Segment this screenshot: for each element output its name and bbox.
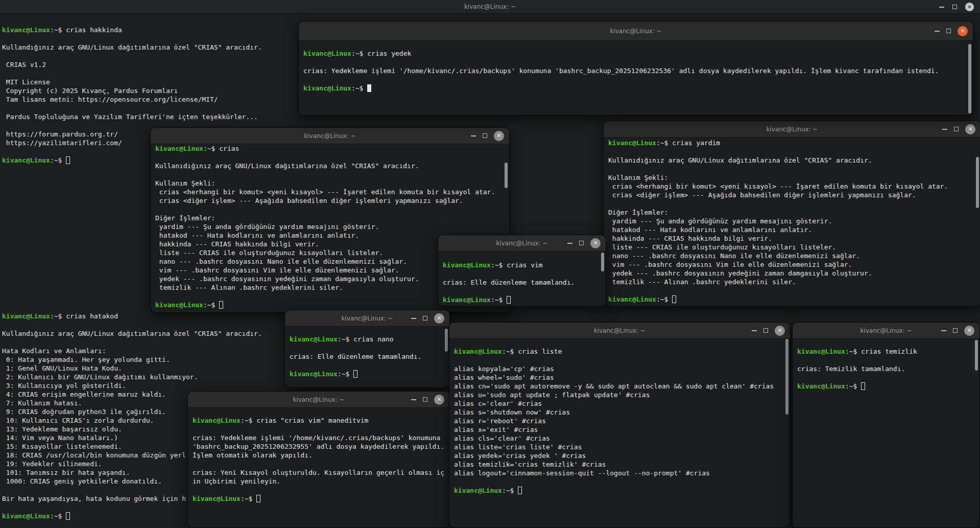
terminal-line: temizlik --- Alınan .bashrc yedeklerini …	[608, 278, 980, 286]
terminal-line: kivanc@Linux:~$	[454, 486, 790, 495]
titlebar[interactable]: kivanc@Linux: ~✕	[604, 121, 980, 137]
terminal-line: kivanc@Linux:~$ crias liste	[454, 347, 790, 356]
terminal-line: liste --- CRIAS ile oluşturduğunuz kısay…	[608, 243, 980, 251]
terminal-line: 3: Kullanıcıya yol gösterildi.	[2, 381, 262, 390]
hollow-cursor	[66, 512, 70, 520]
scrollbar-thumb[interactable]	[785, 339, 788, 415]
prompt-suffix: :~$	[351, 84, 367, 92]
close-icon[interactable]: ✕	[590, 238, 601, 248]
window-controls: ✕	[941, 323, 974, 338]
prompt-suffix: :~$	[656, 295, 672, 303]
prompt-user: kivanc@Linux	[443, 261, 491, 269]
close-icon[interactable]: ✕	[775, 326, 785, 336]
maximize-icon[interactable]	[946, 29, 951, 33]
titlebar[interactable]: kivanc@Linux: ~✕	[188, 392, 449, 408]
prompt-user: kivanc@Linux	[797, 348, 845, 355]
terminal-line: Kullandığınız araç GNU/Linux dağıtımları…	[2, 329, 262, 338]
window-title: kivanc@Linux: ~	[293, 396, 344, 403]
hollow-cursor	[518, 487, 522, 494]
prompt-user: kivanc@Linux	[193, 495, 241, 502]
minimize-icon[interactable]	[752, 330, 757, 331]
prompt-suffix: :~$	[241, 495, 256, 502]
maximize-icon[interactable]	[423, 397, 427, 402]
terminal-content[interactable]: kivanc@Linux:~$ crias liste alias kopyal…	[449, 339, 790, 528]
terminal-line: Tam lisans metni: https://opensource.org…	[2, 95, 262, 104]
terminal-line: Diğer İşlemler:	[155, 214, 509, 222]
close-icon[interactable]: ✕	[965, 124, 975, 134]
titlebar[interactable]: kivanc@Linux: ~✕	[285, 310, 449, 327]
scrollbar-thumb[interactable]	[976, 157, 979, 208]
titlebar[interactable]: kivanc@Linux: ~✕	[299, 21, 973, 41]
prompt-suffix: :~$ crias liste	[502, 348, 562, 355]
terminal-line: MIT License	[2, 78, 262, 86]
titlebar[interactable]: kivanc@Linux: ~✕	[438, 235, 606, 251]
scrollbar-thumb[interactable]	[505, 163, 508, 188]
prompt-user: kivanc@Linux	[155, 145, 203, 152]
terminal-line: alias liste='crias liste' #crias	[454, 443, 790, 451]
window-crias-temizlik[interactable]: kivanc@Linux: ~✕kivanc@Linux:~$ crias te…	[792, 322, 980, 528]
root-terminal-titlebar[interactable]: kivanc@Linux: ~ ✕	[0, 0, 980, 14]
hollow-cursor	[861, 382, 865, 390]
terminal-content[interactable]: kivanc@Linux:~$ crias temizlik crias: Te…	[793, 339, 979, 528]
maximize-icon[interactable]	[953, 328, 958, 333]
minimize-icon[interactable]	[567, 243, 572, 244]
terminal-line: in Uçbirimi yenileyin.	[193, 477, 449, 486]
minimize-icon[interactable]	[935, 31, 940, 32]
window-title: kivanc@Linux: ~	[304, 132, 355, 140]
terminal-content[interactable]: kivanc@Linux:~$ crias "crias vim" manedi…	[188, 408, 449, 528]
scrollbar-thumb[interactable]	[975, 340, 978, 371]
close-icon[interactable]: ✕	[434, 313, 444, 324]
window-crias-vim[interactable]: kivanc@Linux: ~✕kivanc@Linux:~$ crias vi…	[438, 235, 606, 307]
titlebar[interactable]: kivanc@Linux: ~✕	[449, 323, 790, 339]
window-crias-nano[interactable]: kivanc@Linux: ~✕kivanc@Linux:~$ crias na…	[284, 310, 450, 388]
minimize-icon[interactable]	[411, 318, 416, 319]
terminal-line	[155, 153, 509, 162]
window-crias-yardim[interactable]: kivanc@Linux: ~✕kivanc@Linux:~$ crias ya…	[603, 121, 980, 307]
terminal-content[interactable]: kivanc@Linux:~$ crias nano crias: Elle d…	[285, 327, 449, 388]
terminal-line: alias wheel='sudo' #crias	[454, 373, 790, 382]
terminal-line: crias <diğer işlem> --- Aşağıda bahsedil…	[608, 191, 980, 199]
maximize-icon[interactable]	[954, 127, 959, 131]
terminal-line: alias x='exit' #crias	[454, 425, 790, 434]
terminal-line: Copyright (c) 2025 Kıvanç, Pardus Foruml…	[2, 86, 262, 95]
titlebar[interactable]: kivanc@Linux: ~✕	[793, 323, 979, 339]
close-icon[interactable]: ✕	[964, 326, 974, 336]
maximize-icon[interactable]	[483, 133, 487, 138]
titlebar[interactable]: kivanc@Linux: ~✕	[151, 128, 509, 144]
minimize-icon[interactable]	[941, 330, 946, 331]
minimize-icon[interactable]	[471, 135, 476, 136]
close-icon[interactable]: ✕	[958, 26, 968, 36]
maximize-icon[interactable]	[763, 328, 768, 333]
window-crias-yedek[interactable]: kivanc@Linux: ~✕kivanc@Linux:~$ crias ye…	[298, 21, 973, 116]
terminal-line	[608, 147, 980, 156]
terminal-line: Kullanım Şekli:	[608, 173, 980, 182]
minimize-icon[interactable]	[939, 7, 944, 8]
close-icon[interactable]: ✕	[434, 395, 444, 405]
window-controls: ✕	[411, 310, 444, 326]
scrollbar-thumb[interactable]	[968, 44, 971, 113]
root-terminal-title: kivanc@Linux: ~	[464, 3, 516, 10]
terminal-content[interactable]: kivanc@Linux:~$ crias vim crias: Elle dü…	[438, 251, 606, 307]
scrollbar-thumb[interactable]	[445, 329, 448, 352]
terminal-content[interactable]: kivanc@Linux:~$ crias yedek crias: Yedek…	[299, 41, 973, 116]
maximize-icon[interactable]	[952, 5, 957, 9]
terminal-content[interactable]: kivanc@Linux:~$ crias yardim Kullanıdığı…	[604, 137, 980, 307]
prompt-suffix: :~$ crias	[203, 145, 239, 152]
window-crias-liste[interactable]: kivanc@Linux: ~✕kivanc@Linux:~$ crias li…	[449, 322, 791, 528]
scrollbar-thumb[interactable]	[601, 252, 604, 271]
terminal-line: crias <diğer işlem> --- Aşağıda bahsedil…	[155, 196, 509, 205]
window-crias-maneditvim[interactable]: kivanc@Linux: ~✕kivanc@Linux:~$ crias "c…	[187, 391, 450, 528]
maximize-icon[interactable]	[579, 241, 584, 245]
minimize-icon[interactable]	[411, 399, 416, 400]
terminal-line	[2, 52, 262, 60]
prompt-suffix: :~$ crias hakkinda	[50, 26, 122, 34]
prompt-user: kivanc@Linux	[303, 50, 351, 57]
prompt-suffix: :~$	[491, 296, 507, 304]
minimize-icon[interactable]	[942, 129, 947, 130]
maximize-icon[interactable]	[423, 316, 427, 320]
terminal-line: kivanc@Linux:~$	[193, 494, 449, 503]
close-icon[interactable]: ✕	[965, 3, 974, 11]
close-icon[interactable]: ✕	[494, 131, 504, 141]
hollow-cursor	[256, 495, 260, 502]
prompt-suffix: :~$	[502, 487, 518, 494]
